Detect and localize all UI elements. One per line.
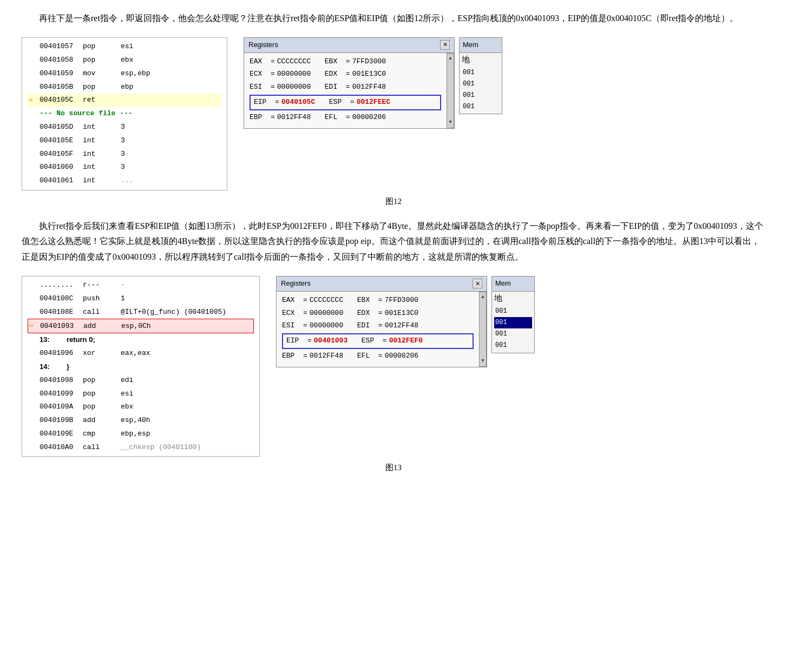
mem-panel-1: Mem 地 001001001001	[459, 37, 502, 115]
reg-label: EAX	[250, 56, 268, 68]
scroll-up-icon-1[interactable]: ▲	[449, 55, 451, 62]
mem-row-item: 001	[494, 306, 532, 317]
mem-panel-2: Mem 地 001001001001	[491, 276, 535, 353]
disasm-addr: 0040105F	[40, 149, 83, 160]
disasm-oper: ebx	[121, 401, 133, 412]
disasm-line: 00401060int3	[28, 161, 221, 174]
disasm-addr: 0040105D	[40, 122, 83, 133]
figure12-caption: 图12	[22, 195, 765, 208]
scroll-down-icon-1[interactable]: ▼	[449, 118, 451, 126]
disasm-addr: 0040105C	[40, 95, 83, 106]
disasm-line: 00401059movesp,ebp	[28, 67, 221, 80]
disasm-mnem: pop	[83, 82, 121, 93]
reg-label2: ESP	[362, 335, 381, 347]
disasm-addr: 00401059	[40, 68, 83, 79]
arrow-indicator	[28, 333, 40, 347]
reg-val2: 00000206	[385, 351, 418, 362]
disasm-line: 0040109Ecmpebp,esp	[28, 427, 254, 441]
reg-label2: EDX	[357, 308, 376, 319]
disasm-mnem: int	[83, 162, 121, 173]
disasm-line: 14:}	[28, 360, 254, 374]
reg-val2: 0012FF48	[385, 320, 418, 332]
arrow-indicator	[28, 174, 40, 188]
disasm-mnem: pop	[83, 401, 121, 412]
disasm-addr: 004010A0	[40, 442, 83, 453]
disasm-line: 0040105Dint3	[28, 121, 221, 134]
mem-row-item: 001	[462, 67, 500, 78]
disasm-mnem: pop	[83, 41, 121, 52]
disasm-mnem: int	[83, 135, 121, 146]
mem-body-1: 地 001001001001	[460, 53, 502, 114]
registers-close-2[interactable]: ✕	[473, 279, 482, 288]
disasm-mnem: add	[83, 321, 121, 332]
disasm-line: ........r----	[28, 279, 254, 292]
disasm-line: 00401098popedi	[28, 374, 254, 387]
disasm-mnem: pop	[83, 388, 121, 399]
reg-val2: 7FFD3000	[352, 56, 386, 68]
disasm-mnem: pop	[83, 55, 121, 65]
reg-val: CCCCCCCC	[277, 56, 320, 68]
reg-label2: EDI	[325, 82, 344, 93]
reg-label2: EFL	[325, 112, 344, 123]
arrow-indicator	[28, 147, 40, 161]
registers-scrollbar-1[interactable]: ▲ ▼	[447, 53, 454, 128]
registers-close-1[interactable]: ✕	[440, 40, 450, 50]
registers-row: EBP=0012FF48EFL=00000206	[282, 351, 474, 362]
disasm-panel-2: ........r---- 0040108Cpush1 0040108Ecall…	[22, 276, 260, 457]
disasm-line: 00401099popesi	[28, 387, 254, 400]
reg-label2: EDX	[325, 69, 344, 80]
registers-scrollbar-2[interactable]: ▲ ▼	[479, 292, 487, 367]
reg-label2: EBX	[357, 295, 376, 306]
arrow-indicator	[28, 67, 40, 80]
reg-val: 00401093	[314, 335, 357, 347]
disasm-addr: 13:	[40, 334, 67, 345]
mem-row-item: 001	[462, 101, 500, 113]
disasm-oper: __chkesp (00401100)	[121, 442, 201, 453]
disasm-mnem: int	[83, 175, 121, 186]
scroll-down-icon-2[interactable]: ▼	[481, 357, 484, 365]
disasm-oper: 1	[121, 293, 125, 304]
reg-label2: EFL	[357, 351, 376, 362]
disasm-line: ⇒00401093addesp,0Ch	[28, 319, 254, 333]
disasm-mnem: mov	[83, 68, 121, 79]
registers-title-1: Registers	[248, 39, 278, 51]
figure13-caption: 图13	[22, 461, 765, 474]
mem-body-2: 地 001001001001	[492, 292, 534, 353]
arrow-indicator	[28, 347, 40, 360]
reg-label2: ESP	[329, 97, 348, 108]
disasm-mnem: call	[83, 307, 121, 318]
arrow-indicator	[28, 441, 40, 454]
reg-val2: 0012FEEC	[357, 97, 390, 108]
disasm-addr: 0040109A	[40, 401, 83, 412]
disasm-oper: ebx	[121, 55, 133, 65]
registers-body-1: EAX=CCCCCCCCEBX=7FFD3000ECX=00000000EDX=…	[244, 53, 447, 128]
disasm-mnem: cmp	[83, 429, 121, 439]
arrow-indicator	[28, 292, 40, 306]
disasm-panel-1: 00401057popesi 00401058popebx 00401059mo…	[22, 37, 227, 190]
disasm-line: 0040105Eint3	[28, 134, 221, 147]
disasm-addr: 0040108C	[40, 293, 83, 304]
reg-val2: 001E13C0	[352, 69, 386, 80]
disasm-line: 00401058popebx	[28, 54, 221, 67]
reg-val: 00000000	[277, 82, 320, 93]
reg-val: 0012FF48	[310, 351, 353, 362]
disasm-oper: esi	[121, 41, 133, 52]
scroll-up-icon-2[interactable]: ▲	[481, 293, 484, 301]
disasm-addr: 0040109E	[40, 429, 83, 439]
disasm-oper: 3	[121, 122, 125, 133]
registers-row: ESI=00000000EDI=0012FF48	[282, 320, 474, 332]
registers-body-2: EAX=CCCCCCCCEBX=7FFD3000ECX=00000000EDX=…	[277, 292, 479, 367]
disasm-oper: ebp,esp	[121, 429, 150, 439]
disasm-oper: esp,ebp	[121, 68, 150, 79]
registers-row: ECX=00000000EDX=001E13C0	[282, 308, 474, 319]
figure13-panels: ........r---- 0040108Cpush1 0040108Ecall…	[22, 276, 765, 457]
disasm-oper: esp,40h	[121, 415, 150, 426]
disasm-addr: 00401057	[40, 41, 83, 52]
disasm-oper: -	[121, 280, 125, 291]
reg-val: CCCCCCCC	[310, 295, 353, 306]
disasm-line: 0040108Cpush1	[28, 292, 254, 306]
disasm-mnem: int	[83, 122, 121, 133]
registers-panel-1: Registers ✕ EAX=CCCCCCCCEBX=7FFD3000ECX=…	[244, 37, 455, 129]
disasm-mnem: }	[67, 361, 132, 372]
disasm-addr: 0040105E	[40, 135, 83, 146]
